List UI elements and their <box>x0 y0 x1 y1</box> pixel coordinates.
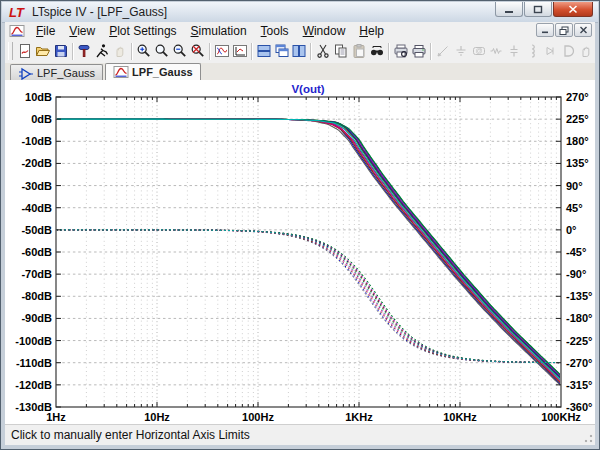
y-right-tick-label[interactable]: -315° <box>566 379 592 391</box>
tile-horizontal-button[interactable] <box>255 41 273 61</box>
y-right-tick-label[interactable]: 225° <box>566 113 589 125</box>
y-left-tick-label[interactable]: 0dB <box>31 113 52 125</box>
mdi-close-icon <box>579 26 588 34</box>
cut-button[interactable] <box>314 41 332 61</box>
minimize-button[interactable] <box>495 2 523 17</box>
toolbar-grip[interactable] <box>8 42 13 60</box>
y-left-tick-label[interactable]: -100dB <box>15 335 52 347</box>
y-right-tick-label[interactable]: -225° <box>566 335 592 347</box>
move-icon <box>578 43 594 59</box>
tab-schematic-lpf_gauss[interactable]: LPF_Gauss <box>10 64 103 80</box>
inductor-icon <box>524 43 540 59</box>
menu-item-window[interactable]: Window <box>296 23 353 39</box>
copy-button[interactable] <box>332 41 350 61</box>
mdi-restore-button[interactable] <box>555 23 573 37</box>
x-tick-label[interactable]: 100KHz <box>541 411 581 423</box>
mdi-close-button[interactable] <box>574 23 592 37</box>
waveform-icon <box>9 23 25 39</box>
control-panel-button[interactable] <box>76 41 94 61</box>
zoom-out-button[interactable] <box>171 41 189 61</box>
menu-item-tools[interactable]: Tools <box>254 23 296 39</box>
zoom-area-button[interactable] <box>153 41 171 61</box>
plot-pane[interactable]: V(out) 10dB0dB-10dB-20dB-30dB-40dB-50dB-… <box>5 80 595 425</box>
y-left-tick-label[interactable]: -120dB <box>15 379 52 391</box>
waveform-icon <box>113 65 129 79</box>
new-schematic-button[interactable] <box>16 41 34 61</box>
mdi-minimize-button[interactable] <box>536 23 554 37</box>
toolbar-separator <box>251 43 253 60</box>
print-button[interactable] <box>410 41 428 61</box>
menu-item-view[interactable]: View <box>62 23 102 39</box>
y-right-tick-label[interactable]: 90° <box>566 180 583 192</box>
y-left-tick-label[interactable]: -60dB <box>21 246 52 258</box>
y-left-tick-label[interactable]: -20dB <box>21 157 52 169</box>
y-right-tick-label[interactable]: 45° <box>566 202 583 214</box>
x-tick-label[interactable]: 1KHz <box>345 411 373 423</box>
capacitor-icon <box>506 43 522 59</box>
x-tick-label[interactable]: 10KHz <box>443 411 477 423</box>
toolbar-separator <box>388 43 390 60</box>
save-icon <box>53 43 69 59</box>
tile-vertical-button[interactable] <box>290 41 308 61</box>
y-right-tick-label[interactable]: -90° <box>566 268 586 280</box>
resize-grip[interactable] <box>581 431 594 444</box>
toolbar: @ <box>5 39 595 64</box>
y-right-tick-label[interactable]: 0° <box>566 224 577 236</box>
zoom-out-icon <box>172 43 188 59</box>
x-tick-label[interactable]: 10Hz <box>144 411 170 423</box>
copy-icon <box>333 43 349 59</box>
zoom-in-button[interactable] <box>135 41 153 61</box>
cascade-button[interactable] <box>273 41 291 61</box>
zoom-area-icon <box>154 43 170 59</box>
x-tick-label[interactable]: 1Hz <box>46 411 66 423</box>
tab-label: LPF_Gauss <box>132 66 193 78</box>
y-left-tick-label[interactable]: -90dB <box>21 312 52 324</box>
menu-item-help[interactable]: Help <box>352 23 391 39</box>
y-left-tick-label[interactable]: -30dB <box>21 180 52 192</box>
tile-horizontal-icon <box>256 43 272 59</box>
toolbar-separator <box>209 43 211 60</box>
ground-button <box>452 41 470 61</box>
y-left-tick-label[interactable]: -40dB <box>21 202 52 214</box>
menu-item-simulation[interactable]: Simulation <box>184 23 254 39</box>
print-preview-button[interactable] <box>392 41 410 61</box>
y-right-tick-label[interactable]: -270° <box>566 357 592 369</box>
y-left-tick-label[interactable]: -10dB <box>21 135 52 147</box>
title-bar[interactable]: LT LTspice IV - [LPF_Gauss] <box>2 2 598 23</box>
y-right-tick-label[interactable]: 180° <box>566 135 589 147</box>
menu-item-file[interactable]: File <box>29 23 62 39</box>
cascade-icon <box>274 43 290 59</box>
y-left-tick-label[interactable]: 10dB <box>25 91 52 103</box>
print-icon <box>411 43 427 59</box>
cut-icon <box>315 43 331 59</box>
plot-settings-button[interactable] <box>231 41 249 61</box>
y-right-tick-label[interactable]: 270° <box>566 91 589 103</box>
find-button[interactable] <box>368 41 386 61</box>
resistor-icon <box>488 43 504 59</box>
status-bar: Click to manually enter Horizontal Axis … <box>5 424 595 445</box>
y-left-tick-label[interactable]: -80dB <box>21 290 52 302</box>
y-right-tick-label[interactable]: 135° <box>566 157 589 169</box>
close-button[interactable] <box>553 2 593 17</box>
x-tick-label[interactable]: 100Hz <box>242 411 274 423</box>
zoom-full-button[interactable] <box>189 41 207 61</box>
toolbar-separator <box>72 43 74 60</box>
maximize-button[interactable] <box>524 2 552 17</box>
y-left-tick-label[interactable]: -50dB <box>21 224 52 236</box>
autorange-button[interactable] <box>213 41 231 61</box>
wire-button <box>434 41 452 61</box>
y-left-tick-label[interactable]: -110dB <box>16 357 52 369</box>
plot-title[interactable]: V(out) <box>291 83 324 95</box>
y-right-tick-label[interactable]: -45° <box>566 246 586 258</box>
open-button[interactable] <box>34 41 52 61</box>
run-button[interactable] <box>93 41 111 61</box>
waveform-plot[interactable]: V(out) 10dB0dB-10dB-20dB-30dB-40dB-50dB-… <box>5 80 597 427</box>
mdi-minimize-icon <box>541 26 550 34</box>
y-right-tick-label[interactable]: -135° <box>566 290 592 302</box>
y-right-tick-label[interactable]: -180° <box>566 312 592 324</box>
save-button[interactable] <box>52 41 70 61</box>
tab-waveform-lpf_gauss[interactable]: LPF_Gauss <box>105 63 201 80</box>
y-left-tick-label[interactable]: -70dB <box>21 268 52 280</box>
trace-magnitude-run-8 <box>56 119 561 383</box>
menu-item-plot-settings[interactable]: Plot Settings <box>102 23 183 39</box>
